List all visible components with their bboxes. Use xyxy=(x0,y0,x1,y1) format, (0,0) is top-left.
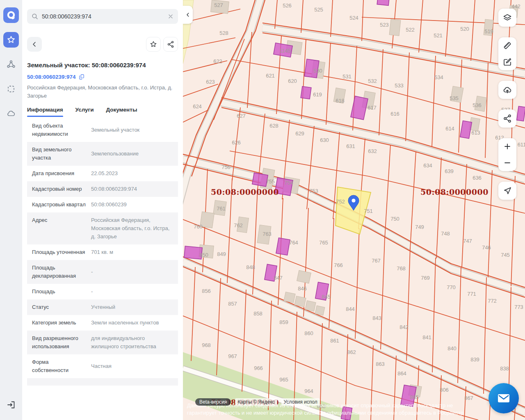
object-address: Российская Федерация, Московская область… xyxy=(27,84,178,100)
sidebar-item-cloud[interactable] xyxy=(3,106,19,121)
layers-button[interactable] xyxy=(498,9,516,27)
zoom-out-icon xyxy=(503,158,512,167)
close-icon[interactable] xyxy=(167,13,174,20)
share-map-button[interactable] xyxy=(498,110,516,128)
copy-icon[interactable] xyxy=(79,74,85,80)
cadastral-map-graphics xyxy=(183,0,525,420)
exit-icon xyxy=(6,400,16,410)
search-icon xyxy=(31,13,39,20)
info-row-value: для индивидуального жилищного строительс… xyxy=(86,334,173,351)
favorite-button[interactable] xyxy=(146,37,161,52)
share-object-button[interactable] xyxy=(163,37,178,52)
info-row-value: Земельный участок xyxy=(86,122,173,138)
zoom-group xyxy=(498,138,516,171)
info-row: Вид объекта недвижимостиЗемельный участо… xyxy=(27,118,178,142)
info-row: Дата присвоения22.05.2023 xyxy=(27,166,178,181)
layers-icon xyxy=(502,13,512,23)
dashed-square-icon xyxy=(6,84,16,94)
zoom-in-button[interactable] xyxy=(498,138,516,155)
zoom-out-button[interactable] xyxy=(498,155,516,171)
exit-button[interactable] xyxy=(3,397,19,413)
info-row: Форма собственностиЧастная xyxy=(27,354,178,378)
info-row-label: Площадь уточненная xyxy=(32,248,86,256)
info-row: Вид разрешенного использованиядля индиви… xyxy=(27,331,178,354)
cadastral-number-link[interactable]: 50:08:0060239:974 xyxy=(27,74,178,80)
object-panel: Земельный участок: 50:08:0060239:974 50:… xyxy=(22,0,183,420)
map-attribution: Beta-версия Карты © Яндекс Условия испол xyxy=(195,398,525,406)
upload-button[interactable] xyxy=(498,81,516,99)
beta-badge: Beta-версия xyxy=(195,398,231,406)
info-row-label: Площадь xyxy=(32,288,86,296)
ruler-icon xyxy=(502,41,512,50)
tools-group xyxy=(498,37,516,70)
info-row-value: Учтенный xyxy=(86,303,173,311)
map-copyright-link[interactable]: Карты © Яндекс xyxy=(235,398,277,406)
share-icon xyxy=(167,40,175,48)
info-row-value: - xyxy=(86,264,173,280)
info-row-value: 50:08:0060239:974 xyxy=(86,185,173,193)
info-row: Кадастровый квартал50:08:0060239 xyxy=(27,197,178,212)
tab-bar: Информация Услуги Документы xyxy=(27,107,178,117)
info-row-value: Российская Федерация, Московская область… xyxy=(86,216,173,241)
info-row-value: Землепользование xyxy=(86,146,173,162)
info-row-label: Адрес xyxy=(32,216,86,241)
back-button[interactable] xyxy=(27,37,42,52)
page-title: Земельный участок: 50:08:0060239:974 xyxy=(27,62,178,68)
app-logo[interactable] xyxy=(3,7,19,23)
info-row: Площадь декларированная- xyxy=(27,260,178,284)
map-canvas[interactable]: 5275265255245235225215205194425286226236… xyxy=(183,0,525,420)
star-icon xyxy=(6,35,16,45)
info-row-label: Форма собственности xyxy=(32,358,86,374)
terms-link[interactable]: Условия испол xyxy=(281,398,320,406)
info-row-label: Площадь декларированная xyxy=(32,264,86,280)
info-table: Вид объекта недвижимостиЗемельный участо… xyxy=(27,118,178,386)
info-row-value: 22.05.2023 xyxy=(86,169,173,178)
sidebar-item-objects[interactable] xyxy=(3,57,19,72)
info-row-partial xyxy=(27,378,178,386)
info-row-label: Вид земельного участка xyxy=(32,146,86,162)
tab-documents[interactable]: Документы xyxy=(106,107,137,117)
sidebar-item-selection[interactable] xyxy=(3,81,19,97)
info-row: Вид земельного участкаЗемлепользование xyxy=(27,142,178,166)
info-row-value: 701 кв. м xyxy=(86,248,173,256)
draw-button[interactable] xyxy=(498,54,516,70)
info-row-label: Вид объекта недвижимости xyxy=(32,122,86,138)
tab-services[interactable]: Услуги xyxy=(75,107,94,117)
info-row: Площадь- xyxy=(27,284,178,299)
graph-nodes-icon xyxy=(6,59,16,69)
info-row-label: Вид разрешенного использования xyxy=(32,334,86,351)
star-outline-icon xyxy=(149,40,158,48)
info-row-value: Частная xyxy=(86,358,173,374)
locate-icon xyxy=(502,186,512,196)
sidebar-item-favorites[interactable] xyxy=(3,32,19,48)
envelope-icon xyxy=(497,393,511,404)
info-row-label: Кадастровый квартал xyxy=(32,201,86,209)
measure-button[interactable] xyxy=(498,37,516,54)
info-row: АдресРоссийская Федерация, Московская об… xyxy=(27,212,178,244)
chat-button[interactable] xyxy=(488,383,519,413)
card-toolbar xyxy=(27,37,178,52)
collapse-panel-button[interactable] xyxy=(183,6,193,24)
locate-button[interactable] xyxy=(498,182,516,200)
info-row: Категория земельЗемли населенных пунктов xyxy=(27,315,178,331)
search-input[interactable] xyxy=(42,13,164,20)
map-controls xyxy=(498,9,516,200)
zoom-in-icon xyxy=(503,142,512,151)
search-bar xyxy=(27,9,178,24)
info-row: СтатусУчтенный xyxy=(27,299,178,315)
chevron-left-icon xyxy=(185,12,191,18)
info-row-value: - xyxy=(86,288,173,296)
tab-information[interactable]: Информация xyxy=(27,107,63,117)
info-row-label: Категория земель xyxy=(32,319,86,327)
info-row: Площадь уточненная701 кв. м xyxy=(27,244,178,260)
info-row: Кадастровый номер50:08:0060239:974 xyxy=(27,181,178,197)
cloud-upload-icon xyxy=(502,85,512,95)
info-row-label: Статус xyxy=(32,303,86,311)
cloud-icon xyxy=(6,109,16,119)
edit-icon xyxy=(502,57,512,67)
icon-rail xyxy=(0,0,22,420)
info-row-value: 50:08:0060239 xyxy=(86,201,173,209)
info-row-label: Дата присвоения xyxy=(32,169,86,178)
info-row-label: Кадастровый номер xyxy=(32,185,86,193)
app-root: Земельный участок: 50:08:0060239:974 50:… xyxy=(0,0,525,420)
